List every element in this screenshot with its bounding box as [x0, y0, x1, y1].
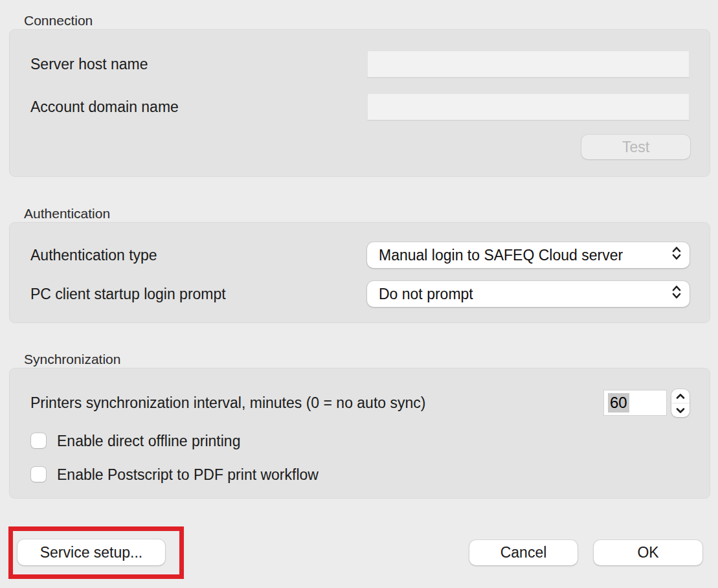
- enable-offline-printing-checkbox[interactable]: [31, 433, 46, 448]
- stepper-increment-button[interactable]: [671, 389, 690, 403]
- startup-login-prompt-label: PC client startup login prompt: [30, 286, 226, 303]
- account-domain-name-input[interactable]: [367, 93, 690, 120]
- chevron-up-down-icon: [671, 284, 682, 304]
- authentication-type-select[interactable]: Manual login to SAFEQ Cloud server: [367, 242, 690, 268]
- test-button-label: Test: [622, 139, 649, 156]
- cancel-button[interactable]: Cancel: [469, 540, 578, 565]
- chevron-down-icon: [676, 405, 685, 416]
- test-button[interactable]: Test: [581, 135, 690, 159]
- synchronization-section-title: Synchronization: [24, 352, 120, 367]
- authentication-type-label: Authentication type: [30, 247, 157, 264]
- sync-interval-stepper[interactable]: [671, 389, 690, 417]
- server-host-name-label: Server host name: [30, 56, 148, 73]
- enable-postscript-pdf-label: Enable Postscript to PDF print workflow: [57, 466, 319, 484]
- sync-interval-label: Printers synchronization interval, minut…: [30, 394, 425, 412]
- stepper-decrement-button[interactable]: [671, 403, 690, 417]
- enable-offline-printing-label: Enable direct offline printing: [57, 433, 240, 450]
- enable-postscript-pdf-checkbox[interactable]: [31, 467, 46, 482]
- server-host-name-input[interactable]: [367, 51, 690, 78]
- authentication-section-title: Authentication: [24, 206, 110, 221]
- service-setup-button-label: Service setup...: [40, 544, 143, 561]
- sync-interval-value: 60: [608, 393, 629, 413]
- chevron-up-down-icon: [671, 245, 682, 266]
- account-domain-name-label: Account domain name: [30, 98, 179, 116]
- connection-section-title: Connection: [24, 13, 93, 28]
- service-setup-button[interactable]: Service setup...: [17, 539, 165, 565]
- cancel-button-label: Cancel: [500, 544, 547, 561]
- startup-login-prompt-selected-value: Do not prompt: [379, 286, 473, 303]
- authentication-group: [9, 222, 710, 323]
- settings-dialog: Connection Server host name Account doma…: [0, 0, 718, 588]
- chevron-up-icon: [676, 390, 685, 402]
- ok-button[interactable]: OK: [594, 540, 702, 565]
- startup-login-prompt-select[interactable]: Do not prompt: [367, 281, 690, 307]
- authentication-type-selected-value: Manual login to SAFEQ Cloud server: [379, 247, 623, 264]
- sync-interval-input[interactable]: 60: [603, 390, 667, 416]
- ok-button-label: OK: [637, 544, 658, 561]
